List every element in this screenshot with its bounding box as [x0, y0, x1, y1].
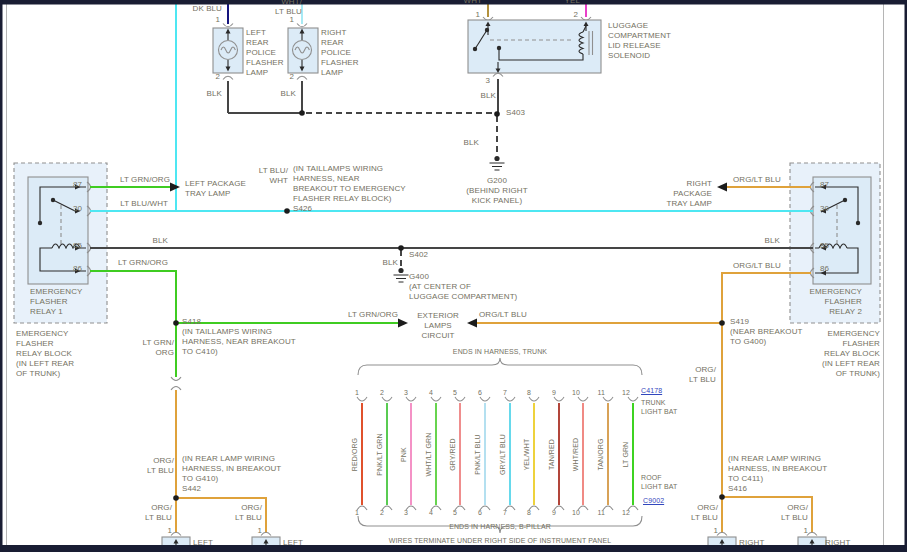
trunk-wire-7-label: GRY/LT BLU	[498, 410, 507, 500]
connector-c4178-link[interactable]: C4178	[641, 386, 662, 395]
relay1-name: EMERGENCY FLASHER RELAY 1	[30, 287, 82, 317]
left-rear-police-flasher-lamp-label: LEFT REAR POLICE FLASHER LAMP	[246, 28, 284, 78]
trunk-wire-11-label: TAN/ORG	[596, 410, 605, 500]
trunk-wire-2-label: PNK/LT GRN	[375, 410, 384, 500]
bottom-lamp-2-wire: ORG/ LT BLU	[230, 503, 262, 523]
connector-c9002-link[interactable]: C9002	[643, 496, 664, 505]
bottom-lamp-2-name: LEFT	[283, 538, 303, 548]
trunk-wire-3-top-num: 3	[399, 388, 408, 397]
g200-ground-symbol	[490, 156, 505, 170]
wiring-diagram-page: DK BLU 1 LEFT REAR POLICE FLASHER LAMP 2…	[0, 0, 907, 552]
relay2-pin-85: 85	[820, 241, 829, 251]
wire-label-blk-right-lamp: BLK	[268, 89, 296, 99]
trunk-wire-1-bottom-num: 1	[350, 508, 359, 517]
trunk-wire-4-bottom-num: 4	[424, 508, 433, 517]
solenoid-pin-2: 2	[562, 10, 578, 20]
wire-label-blk-left-lamp: BLK	[194, 89, 222, 99]
trunk-wire-6-bottom-num: 6	[473, 508, 482, 517]
wire-label-dk-blu: DK BLU	[178, 4, 222, 14]
trunk-wire-11-top-num: 11	[596, 388, 605, 397]
wire-label-lt-blu-wht-s426: LT BLU/ WHT	[256, 166, 288, 186]
splice-s442-note: (IN REAR LAMP WIRING HARNESS, IN BREAKOU…	[182, 454, 281, 494]
right-lamp-pin-1: 1	[278, 15, 294, 25]
relay1-pin-85: 85	[64, 241, 82, 251]
bottom-lamp-3-pin: 1	[702, 526, 718, 536]
left-rear-police-flasher-lamp-symbol	[213, 24, 243, 114]
trunk-wire-12-top-num: 12	[621, 388, 630, 397]
trunk-wire-6-top-num: 6	[473, 388, 482, 397]
bottom-lamp-4-wire: ORG/ LT BLU	[776, 503, 808, 523]
exterior-lamps-circuit-ref: EXTERIOR LAMPS CIRCUIT	[407, 311, 469, 341]
relay2-pin-86: 86	[820, 264, 829, 274]
trunk-harness-title: ENDS IN HARNESS, TRUNK	[400, 347, 600, 356]
wire-label-lt-grn-org-87: LT GRN/ORG	[110, 175, 170, 185]
bottom-lamp-3-wire: ORG/ LT BLU	[686, 503, 718, 523]
trunk-wire-12-label: LT GRN	[621, 410, 630, 500]
splice-s418-note: S418 (IN TAILLAMPS WIRING HARNESS, NEAR …	[182, 317, 296, 357]
trunk-wire-9-bottom-num: 9	[547, 508, 556, 517]
right-package-tray-lamp-ref: RIGHT PACKAGE TRAY LAMP	[646, 179, 712, 209]
trunk-wire-3-label: PNK	[399, 410, 408, 500]
wire-label-wht: WHT	[448, 0, 482, 6]
relay2-name: EMERGENCY FLASHER RELAY 2	[800, 287, 862, 317]
relay1-pin-86: 86	[64, 264, 82, 274]
wire-label-org-lt-blu-s419: ORG/ LT BLU	[684, 365, 716, 385]
left-lamp-pin-2: 2	[204, 72, 220, 82]
solenoid-pin-3: 3	[474, 76, 490, 86]
right-lamp-pin-2: 2	[278, 72, 294, 82]
trunk-wire-6-label: PNK/LT BLU	[473, 410, 482, 500]
trunk-wire-9-top-num: 9	[547, 388, 556, 397]
trunk-wire-4-top-num: 4	[424, 388, 433, 397]
wire-label-blk-solenoid: BLK	[468, 91, 496, 101]
bottom-lamp-3-name: RIGHT	[739, 538, 764, 548]
top-ground-wiring	[228, 113, 497, 156]
left-package-tray-lamp-ref: LEFT PACKAGE TRAY LAMP	[185, 179, 246, 199]
bottom-lamp-1-wire: ORG/ LT BLU	[140, 503, 172, 523]
trunk-wire-5-label: GRY/RED	[448, 410, 457, 500]
trunk-wire-10-bottom-num: 10	[571, 508, 580, 517]
trunk-wire-7-bottom-num: 7	[498, 508, 507, 517]
wire-label-blk-85: BLK	[108, 236, 168, 246]
splice-s403-label: S403	[506, 108, 525, 118]
wire-label-lt-blu-wht-30: LT BLU/WHT	[108, 199, 168, 209]
wire-label-yel: YEL	[546, 0, 580, 6]
splice-s416-note: (IN REAR LAMP WIRING HARNESS, IN BREAKOU…	[728, 454, 827, 494]
right-rear-police-flasher-lamp-symbol	[288, 24, 318, 114]
trunk-wire-2-bottom-num: 2	[375, 508, 384, 517]
wire-label-org-lt-blu-87: ORG/LT BLU	[733, 175, 793, 185]
trunk-wire-12-bottom-num: 12	[621, 508, 630, 517]
luggage-lid-release-solenoid-label: LUGGAGE COMPARTMENT LID RELEASE SOLENOID	[608, 21, 671, 61]
trunk-wire-4-label: WHT/LT GRN	[424, 410, 433, 500]
bottom-lamp-4-name: RIGHT	[825, 538, 850, 548]
trunk-wire-11-bottom-num: 11	[596, 508, 605, 517]
trunk-wire-9-label: TAN/RED	[547, 410, 556, 500]
wire-label-org-lt-blu-86: ORG/LT BLU	[733, 261, 793, 271]
left-lamp-pin-1: 1	[204, 15, 220, 25]
trunk-wire-8-top-num: 8	[522, 388, 531, 397]
wire-label-blk-85-right: BLK	[752, 236, 780, 246]
trunk-light-bat-label: TRUNK LIGHT BAT	[641, 398, 677, 416]
bottom-lamp-2-pin: 1	[246, 526, 262, 536]
trunk-wire-10-label: WHT/RED	[571, 410, 580, 500]
wire-label-blk-g400: BLK	[370, 258, 398, 268]
trunk-wire-7-top-num: 7	[498, 388, 507, 397]
relay1-pin-30: 30	[64, 204, 82, 214]
relay2-pin-30: 30	[820, 204, 829, 214]
bpillar-harness-title: ENDS IN HARNESS, B-PILLAR	[400, 522, 600, 531]
ground-g400-label: G400 (AT CENTER OF LUGGAGE COMPARTMENT)	[409, 272, 517, 302]
splice-s426-note: (IN TAILLAMPS WIRING HARNESS, NEAR BREAK…	[293, 164, 406, 214]
wire-label-blk-g200: BLK	[451, 138, 479, 148]
bottom-lamp-1-name: LEFT	[193, 538, 213, 548]
wires-terminate-footnote: WIRES TERMINATE UNDER RIGHT SIDE OF INST…	[354, 536, 646, 545]
relay1-block-label: EMERGENCY FLASHER RELAY BLOCK (IN LEFT R…	[16, 329, 74, 379]
wire-label-org-lt-blu-s442: ORG/ LT BLU	[142, 456, 174, 476]
solenoid-pin-1: 1	[464, 10, 480, 20]
trunk-wire-1-top-num: 1	[350, 388, 359, 397]
bottom-lamp-1-pin: 1	[156, 526, 172, 536]
wire-label-lt-grn-org-ext: LT GRN/ORG	[338, 310, 398, 320]
trunk-wire-1-label: RED/ORG	[350, 410, 359, 500]
bottom-lamp-4-pin: 1	[792, 526, 808, 536]
trunk-wire-8-bottom-num: 8	[522, 508, 531, 517]
wire-label-lt-grn-org-s418: LT GRN/ ORG	[140, 338, 174, 358]
trunk-wire-5-bottom-num: 5	[448, 508, 457, 517]
